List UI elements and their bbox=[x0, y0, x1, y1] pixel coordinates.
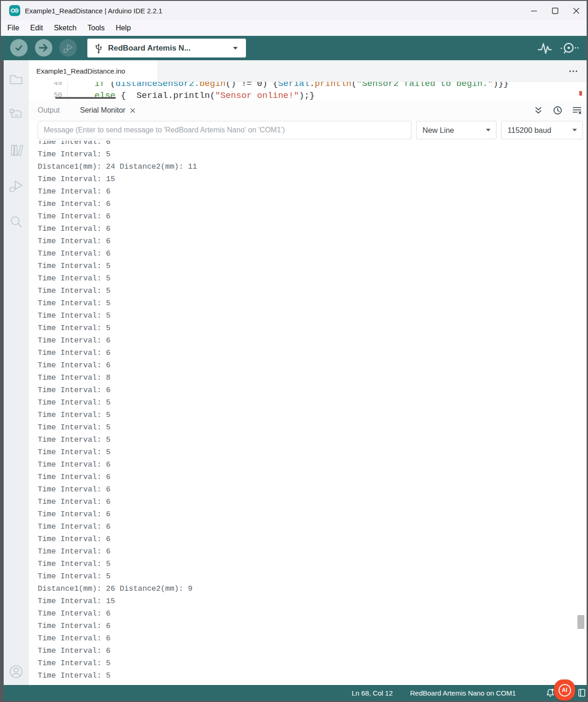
check-icon bbox=[14, 43, 24, 53]
monitor-scrollbar-thumb[interactable] bbox=[577, 615, 584, 629]
serial-line: Distance1(mm): 26 Distance2(mm): 9 bbox=[38, 584, 587, 597]
menu-tools[interactable]: Tools bbox=[82, 20, 110, 36]
cursor-position[interactable]: Ln 68, Col 12 bbox=[352, 685, 393, 701]
close-button[interactable] bbox=[565, 1, 587, 20]
board-selector[interactable]: RedBoard Artemis N... bbox=[87, 39, 246, 57]
serial-line: Time Interval: 6 bbox=[38, 237, 587, 249]
arduino-logo-icon bbox=[9, 5, 20, 16]
account-icon bbox=[8, 663, 24, 680]
search-icon bbox=[8, 214, 24, 230]
menu-file[interactable]: File bbox=[2, 20, 25, 36]
overview-ruler-mark bbox=[579, 91, 582, 96]
serial-line: Time Interval: 6 bbox=[38, 535, 587, 547]
menu-bar: File Edit Sketch Tools Help bbox=[1, 20, 587, 36]
menu-help[interactable]: Help bbox=[110, 20, 137, 36]
serial-message-input[interactable] bbox=[38, 121, 411, 139]
sidebar-item-sketchbook[interactable] bbox=[8, 70, 24, 87]
serial-line: Time Interval: 6 bbox=[38, 187, 587, 200]
window-controls bbox=[523, 1, 587, 20]
ellipsis-icon bbox=[569, 70, 578, 73]
double-chevron-down-icon bbox=[534, 106, 542, 114]
window-title: Example1_ReadDistance | Arduino IDE 2.2.… bbox=[25, 7, 162, 15]
serial-line: Time Interval: 5 bbox=[38, 572, 587, 584]
editor-tabstrip: Example1_ReadDistance.ino bbox=[29, 60, 587, 82]
code-editor[interactable]: 49 if (distanceSensor2.begin() != 0) {Se… bbox=[29, 82, 587, 100]
sidebar-item-debug[interactable] bbox=[8, 178, 24, 194]
chevron-down-icon bbox=[486, 129, 491, 131]
ai-assistant-label: AI bbox=[559, 684, 571, 696]
line-ending-select[interactable]: New Line bbox=[416, 121, 497, 139]
serial-line: Time Interval: 15 bbox=[38, 175, 587, 187]
serial-monitor-button[interactable] bbox=[560, 42, 579, 55]
clock-icon bbox=[553, 106, 562, 115]
bottom-panel: Output Serial Monitor bbox=[29, 100, 587, 685]
baud-rate-select[interactable]: 115200 baud bbox=[501, 121, 583, 139]
activity-sidebar bbox=[4, 60, 29, 685]
clear-output-icon bbox=[572, 106, 582, 115]
serial-line: Time Interval: 6 bbox=[38, 141, 587, 150]
usb-icon bbox=[95, 43, 103, 53]
serial-line: Time Interval: 8 bbox=[38, 373, 587, 386]
upload-button[interactable] bbox=[35, 39, 52, 57]
board-icon bbox=[8, 106, 24, 122]
serial-line: Time Interval: 5 bbox=[38, 435, 587, 448]
serial-monitor-icon bbox=[560, 42, 579, 55]
serial-line: Time Interval: 6 bbox=[38, 348, 587, 361]
tab-output-label: Output bbox=[38, 106, 60, 114]
debug-button[interactable] bbox=[59, 39, 77, 57]
serial-line: Time Interval: 5 bbox=[38, 411, 587, 423]
tab-sketch-file[interactable]: Example1_ReadDistance.ino bbox=[29, 60, 157, 82]
serial-line: Time Interval: 6 bbox=[38, 336, 587, 348]
serial-line: Time Interval: 6 bbox=[38, 547, 587, 559]
ai-assistant-button[interactable]: AI bbox=[554, 679, 575, 701]
serial-line: Distance1(mm): 24 Distance2(mm): 11 bbox=[38, 162, 587, 175]
sidebar-item-boards-manager[interactable] bbox=[8, 106, 24, 122]
folder-icon bbox=[8, 70, 24, 87]
serial-line: Time Interval: 15 bbox=[38, 597, 587, 609]
toolbar: RedBoard Artemis N... bbox=[1, 36, 587, 60]
sidebar-item-search[interactable] bbox=[8, 214, 24, 230]
menu-sketch[interactable]: Sketch bbox=[48, 20, 82, 36]
menu-edit[interactable]: Edit bbox=[25, 20, 49, 36]
serial-controls-row: New Line 115200 baud bbox=[29, 120, 587, 141]
serial-line: Time Interval: 6 bbox=[38, 485, 587, 497]
minimize-button[interactable] bbox=[523, 1, 544, 20]
chevron-down-icon bbox=[233, 47, 238, 50]
debug-icon bbox=[62, 42, 74, 54]
serial-line: Time Interval: 6 bbox=[38, 212, 587, 224]
serial-plotter-icon bbox=[538, 42, 552, 55]
verify-button[interactable] bbox=[10, 39, 28, 57]
serial-line: Time Interval: 5 bbox=[38, 671, 587, 682]
tab-serial-monitor[interactable]: Serial Monitor bbox=[80, 100, 135, 120]
serial-plotter-button[interactable] bbox=[538, 42, 552, 55]
panel-toggle-button[interactable] bbox=[578, 689, 586, 697]
board-selector-label: RedBoard Artemis N... bbox=[108, 44, 191, 53]
maximize-button[interactable] bbox=[544, 1, 565, 20]
tab-output[interactable]: Output bbox=[38, 100, 60, 120]
close-serial-monitor-button[interactable] bbox=[130, 108, 135, 113]
sidebar-item-library-manager[interactable] bbox=[8, 142, 24, 159]
serial-line: Time Interval: 5 bbox=[38, 448, 587, 460]
serial-line: Time Interval: 6 bbox=[38, 460, 587, 473]
collapse-panel-button[interactable] bbox=[533, 106, 543, 115]
timestamp-toggle-button[interactable] bbox=[553, 106, 563, 115]
arrow-right-icon bbox=[38, 42, 49, 53]
editor-horizontal-scrollbar[interactable] bbox=[55, 97, 116, 99]
serial-monitor-output[interactable]: Time Interval: 6Time Interval: 5Distance… bbox=[29, 141, 587, 682]
serial-line: Time Interval: 6 bbox=[38, 646, 587, 659]
baud-rate-value: 115200 baud bbox=[508, 126, 551, 135]
serial-line: Time Interval: 5 bbox=[38, 311, 587, 324]
editor-more-actions-button[interactable] bbox=[567, 67, 579, 76]
clear-output-button[interactable] bbox=[572, 106, 582, 115]
tab-serial-monitor-label: Serial Monitor bbox=[80, 106, 126, 114]
serial-line: Time Interval: 6 bbox=[38, 522, 587, 535]
serial-line: Time Interval: 5 bbox=[38, 150, 587, 162]
board-port-status[interactable]: RedBoard Artemis Nano on COM1 bbox=[410, 685, 516, 701]
sidebar-item-account[interactable] bbox=[8, 663, 24, 680]
serial-line: Time Interval: 6 bbox=[38, 200, 587, 212]
debug-icon bbox=[8, 178, 24, 194]
chevron-down-icon bbox=[572, 129, 577, 131]
serial-monitor-lines: Time Interval: 6Time Interval: 5Distance… bbox=[29, 141, 587, 682]
serial-line: Time Interval: 6 bbox=[38, 361, 587, 373]
tab-label: Example1_ReadDistance.ino bbox=[36, 67, 125, 75]
